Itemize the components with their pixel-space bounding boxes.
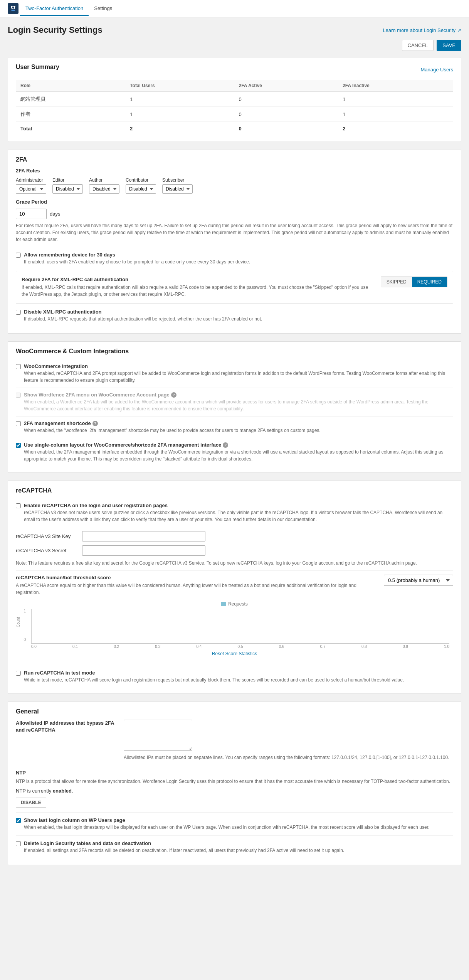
grace-period-row: days — [16, 209, 453, 219]
grace-period-label: Grace Period — [16, 199, 453, 205]
single-column-desc: When enabled, the 2FA management interfa… — [24, 449, 453, 462]
recaptcha-enable-checkbox[interactable] — [16, 503, 21, 508]
legend-dot — [221, 602, 226, 606]
col-role: Role — [16, 80, 125, 92]
cancel-button[interactable]: CANCEL — [402, 40, 434, 51]
delete-deactivate-row: Delete Login Security tables and data on… — [16, 840, 453, 854]
xmlrpc-title: Require 2FA for XML-RPC call authenticat… — [22, 277, 375, 282]
role-item: EditorOptionalDisabledRequired — [52, 177, 83, 194]
col-2fa-active: 2FA Active — [234, 80, 338, 92]
role-select-contributor[interactable]: OptionalDisabledRequired — [126, 184, 156, 194]
role-label: Subscriber — [162, 177, 193, 183]
grace-period-input[interactable] — [16, 209, 47, 219]
info-icon[interactable]: ? — [171, 392, 177, 398]
disable-xmlrpc-checkbox[interactable] — [16, 310, 21, 315]
woo-menu-checkbox[interactable] — [16, 393, 21, 398]
woo-feature-woo-menu: Show Wordfence 2FA menu on WooCommerce A… — [16, 388, 453, 417]
tab-settings[interactable]: Settings — [89, 2, 118, 16]
woo-menu-title: Show Wordfence 2FA menu on WooCommerce A… — [24, 392, 453, 398]
show-last-login-checkbox[interactable] — [16, 818, 21, 823]
role-label: Author — [89, 177, 119, 183]
twofa-card: 2FA 2FA Roles AdministratorOptionalDisab… — [8, 150, 461, 334]
user-summary-card: User Summary Manage Users Role Total Use… — [8, 57, 461, 142]
shortcode-title: 2FA management shortcode? — [24, 420, 321, 426]
ntp-desc: NTP is a protocol that allows for remote… — [16, 778, 453, 785]
action-bar: CANCEL SAVE — [8, 40, 461, 51]
xmlrpc-toggle: SKIPPED REQUIRED — [381, 277, 447, 287]
y-axis-label: Count — [16, 617, 20, 627]
grace-days-label: days — [50, 211, 60, 217]
role-select-author[interactable]: OptionalDisabledRequired — [89, 184, 119, 194]
ntp-status: NTP is currently enabled. — [16, 788, 453, 794]
woo-integration-desc: When enabled, reCAPTCHA and 2FA prompt s… — [24, 370, 453, 384]
score-chart: Requests 1 0 Count 0.0 0.1 0.2 0.3 0.4 — [16, 601, 453, 656]
remember-device-checkbox[interactable] — [16, 253, 21, 258]
test-mode-row: Run reCAPTCHA in test mode While in test… — [16, 666, 453, 687]
woocommerce-card: WooCommerce & Custom Integrations WooCom… — [8, 341, 461, 473]
info-icon[interactable]: ? — [223, 442, 228, 448]
legend-label: Requests — [228, 601, 248, 607]
xmlrpc-auth-section: Require 2FA for XML-RPC call authenticat… — [16, 271, 453, 304]
general-section-title: General — [16, 708, 453, 715]
delete-deactivate-desc: If enabled, all settings and 2FA records… — [24, 847, 344, 854]
woo-section-title: WooCommerce & Custom Integrations — [16, 348, 453, 355]
allowlist-textarea[interactable] — [124, 720, 192, 751]
remember-device-desc: If enabled, users with 2FA enabled may c… — [24, 258, 250, 265]
test-mode-title: Run reCAPTCHA in test mode — [24, 670, 404, 676]
table-row: 網站管理員101 — [16, 92, 453, 107]
col-2fa-inactive: 2FA Inactive — [338, 80, 453, 92]
tab-two-factor[interactable]: Two-Factor Authentication — [20, 2, 89, 16]
manage-users-link[interactable]: Manage Users — [420, 67, 453, 73]
threshold-title: reCAPTCHA human/bot threshold score — [16, 575, 378, 580]
role-label: Editor — [52, 177, 83, 183]
grace-help-text: For roles that require 2FA, users will h… — [16, 222, 453, 243]
role-select-editor[interactable]: OptionalDisabledRequired — [52, 184, 83, 194]
role-select-administrator[interactable]: OptionalDisabledRequired — [16, 184, 46, 194]
test-mode-checkbox[interactable] — [16, 671, 21, 676]
recaptcha-card: reCAPTCHA Enable reCAPTCHA on the login … — [8, 481, 461, 694]
allowlist-label: Allowlisted IP addresses that bypass 2FA… — [16, 720, 116, 734]
woo-feature-single-column: Use single-column layout for WooCommerce… — [16, 438, 453, 466]
allowlist-hint: Allowlisted IPs must be placed on separa… — [124, 754, 453, 761]
secret-input[interactable] — [82, 545, 205, 556]
page-title: Login Security Settings — [8, 25, 103, 35]
woo-features: WooCommerce integrationWhen enabled, reC… — [16, 359, 453, 466]
info-icon[interactable]: ? — [92, 421, 98, 426]
recaptcha-note: Note: This feature requires a free site … — [16, 560, 453, 567]
col-total: Total Users — [125, 80, 234, 92]
ntp-title: NTP — [16, 770, 453, 776]
remember-device-row: Allow remembering device for 30 days If … — [16, 252, 453, 265]
save-button[interactable]: SAVE — [437, 40, 461, 51]
recaptcha-section-title: reCAPTCHA — [16, 487, 453, 494]
allowlist-row: Allowlisted IP addresses that bypass 2FA… — [16, 720, 453, 761]
role-select-subscriber[interactable]: OptionalDisabledRequired — [162, 184, 193, 194]
external-link-icon: ↗ — [457, 27, 461, 33]
top-bar: Two-Factor Authentication Settings — [0, 0, 469, 17]
single-column-checkbox[interactable] — [16, 443, 21, 448]
disable-xmlrpc-row: Disable XML-RPC authentication If disabl… — [16, 309, 453, 322]
role-label: Contributor — [126, 177, 156, 183]
ntp-section: NTP NTP is a protocol that allows for re… — [16, 770, 453, 808]
single-column-title: Use single-column layout for WooCommerce… — [24, 442, 453, 448]
shortcode-checkbox[interactable] — [16, 421, 21, 426]
table-total-row: Total202 — [16, 122, 453, 136]
user-summary-table: Role Total Users 2FA Active 2FA Inactive… — [16, 80, 453, 135]
delete-deactivate-checkbox[interactable] — [16, 841, 21, 846]
xmlrpc-skipped-btn[interactable]: SKIPPED — [381, 277, 412, 287]
disable-xmlrpc-desc: If disabled, XML-RPC requests that attem… — [24, 315, 262, 322]
role-item: ContributorOptionalDisabledRequired — [126, 177, 156, 194]
xmlrpc-required-btn[interactable]: REQUIRED — [412, 277, 447, 287]
threshold-select[interactable]: 0.1 (probably a bot)0.20.30.40.5 (probab… — [384, 575, 453, 586]
show-last-login-row: Show last login column on WP Users page … — [16, 817, 453, 831]
secret-row: reCAPTCHA v3 Secret — [16, 545, 453, 556]
woo-feature-woo-integration: WooCommerce integrationWhen enabled, reC… — [16, 359, 453, 388]
woo-integration-checkbox[interactable] — [16, 364, 21, 369]
ntp-disable-button[interactable]: DISABLE — [16, 798, 46, 808]
role-item: SubscriberOptionalDisabledRequired — [162, 177, 193, 194]
learn-more-link[interactable]: Learn more about Login Security ↗ — [383, 27, 461, 33]
user-summary-title: User Summary — [16, 64, 59, 71]
reset-link[interactable]: Reset Score Statistics — [16, 651, 453, 656]
site-key-input[interactable] — [82, 531, 205, 541]
recaptcha-enable-desc: reCAPTCHA v3 does not make users solve p… — [24, 509, 453, 523]
woo-integration-title: WooCommerce integration — [24, 363, 453, 369]
